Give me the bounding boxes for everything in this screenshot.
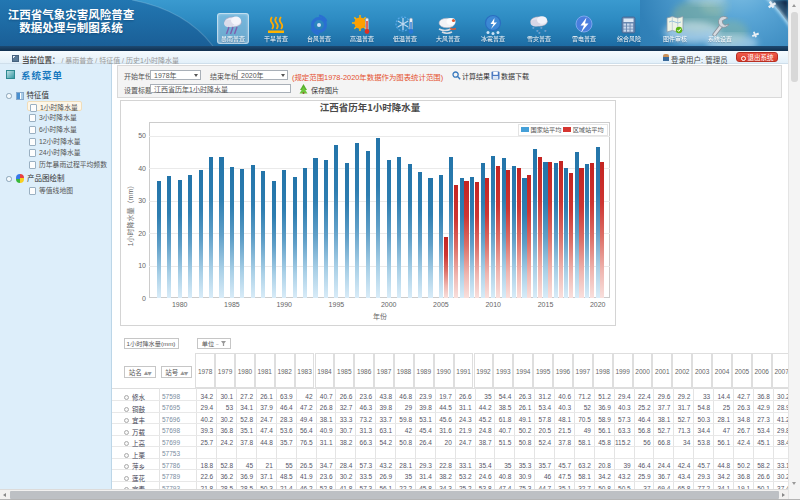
svg-text:*: * <box>540 26 543 32</box>
svg-text:*: * <box>532 26 535 32</box>
